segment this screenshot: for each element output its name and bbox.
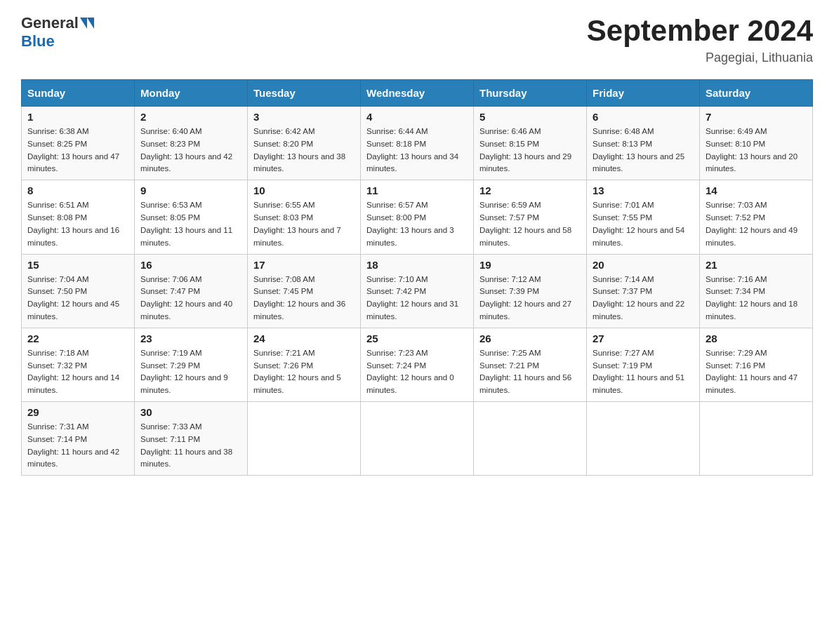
- day-number: 7: [706, 111, 807, 123]
- calendar-cell: 17Sunrise: 7:08 AMSunset: 7:45 PMDayligh…: [248, 254, 361, 328]
- calendar-cell: 11Sunrise: 6:57 AMSunset: 8:00 PMDayligh…: [361, 180, 474, 254]
- day-info: Sunrise: 7:03 AMSunset: 7:52 PMDaylight:…: [706, 199, 807, 249]
- calendar-header-sunday: Sunday: [22, 80, 135, 107]
- logo-general-text: General: [21, 14, 79, 32]
- day-number: 10: [253, 185, 355, 196]
- day-info: Sunrise: 6:46 AMSunset: 8:15 PMDaylight:…: [479, 126, 581, 175]
- day-number: 28: [706, 333, 807, 344]
- calendar-cell: 12Sunrise: 6:59 AMSunset: 7:57 PMDayligh…: [474, 180, 587, 254]
- day-number: 3: [253, 111, 355, 123]
- calendar-cell: 9Sunrise: 6:53 AMSunset: 8:05 PMDaylight…: [135, 180, 248, 254]
- calendar-cell: [587, 402, 700, 476]
- title-area: September 2024 Pagegiai, Lithuania: [587, 14, 813, 65]
- location-subtitle: Pagegiai, Lithuania: [587, 51, 813, 65]
- calendar-week-row: 1Sunrise: 6:38 AMSunset: 8:25 PMDaylight…: [22, 107, 813, 180]
- calendar-cell: [248, 402, 361, 476]
- calendar-cell: 14Sunrise: 7:03 AMSunset: 7:52 PMDayligh…: [700, 180, 813, 254]
- day-number: 12: [479, 185, 581, 196]
- day-info: Sunrise: 6:49 AMSunset: 8:10 PMDaylight:…: [706, 126, 807, 175]
- calendar-cell: 15Sunrise: 7:04 AMSunset: 7:50 PMDayligh…: [22, 254, 135, 328]
- calendar-cell: [361, 402, 474, 476]
- calendar-cell: 3Sunrise: 6:42 AMSunset: 8:20 PMDaylight…: [248, 107, 361, 180]
- calendar-cell: 23Sunrise: 7:19 AMSunset: 7:29 PMDayligh…: [135, 328, 248, 401]
- day-info: Sunrise: 7:33 AMSunset: 7:11 PMDaylight:…: [140, 421, 241, 471]
- day-info: Sunrise: 7:06 AMSunset: 7:47 PMDaylight:…: [140, 274, 241, 323]
- calendar-week-row: 15Sunrise: 7:04 AMSunset: 7:50 PMDayligh…: [22, 254, 813, 328]
- calendar-cell: 21Sunrise: 7:16 AMSunset: 7:34 PMDayligh…: [700, 254, 813, 328]
- day-info: Sunrise: 6:51 AMSunset: 8:08 PMDaylight:…: [27, 199, 128, 249]
- day-number: 30: [140, 406, 241, 418]
- calendar-cell: 19Sunrise: 7:12 AMSunset: 7:39 PMDayligh…: [474, 254, 587, 328]
- day-info: Sunrise: 6:48 AMSunset: 8:13 PMDaylight:…: [593, 126, 694, 175]
- month-title: September 2024: [587, 14, 813, 48]
- calendar-cell: 1Sunrise: 6:38 AMSunset: 8:25 PMDaylight…: [22, 107, 135, 180]
- calendar-cell: 28Sunrise: 7:29 AMSunset: 7:16 PMDayligh…: [700, 328, 813, 401]
- calendar-cell: [474, 402, 587, 476]
- day-info: Sunrise: 6:44 AMSunset: 8:18 PMDaylight:…: [366, 126, 468, 175]
- calendar-header-friday: Friday: [587, 80, 700, 107]
- calendar-cell: 20Sunrise: 7:14 AMSunset: 7:37 PMDayligh…: [587, 254, 700, 328]
- calendar-cell: [700, 402, 813, 476]
- day-info: Sunrise: 7:23 AMSunset: 7:24 PMDaylight:…: [366, 347, 468, 397]
- day-info: Sunrise: 7:14 AMSunset: 7:37 PMDaylight:…: [593, 274, 694, 323]
- calendar-cell: 29Sunrise: 7:31 AMSunset: 7:14 PMDayligh…: [22, 402, 135, 476]
- day-info: Sunrise: 6:38 AMSunset: 8:25 PMDaylight:…: [27, 126, 128, 175]
- calendar-cell: 4Sunrise: 6:44 AMSunset: 8:18 PMDaylight…: [361, 107, 474, 180]
- calendar-cell: 26Sunrise: 7:25 AMSunset: 7:21 PMDayligh…: [474, 328, 587, 401]
- day-number: 2: [140, 111, 241, 123]
- logo-arrow2-icon: [87, 18, 94, 29]
- logo-arrow-icon: [80, 18, 87, 29]
- day-number: 26: [479, 333, 581, 344]
- day-number: 24: [253, 333, 355, 344]
- logo-blue-text: Blue: [21, 32, 55, 50]
- day-info: Sunrise: 6:42 AMSunset: 8:20 PMDaylight:…: [253, 126, 355, 175]
- day-number: 18: [366, 259, 468, 271]
- day-info: Sunrise: 7:21 AMSunset: 7:26 PMDaylight:…: [253, 347, 355, 397]
- day-number: 21: [706, 259, 807, 271]
- day-info: Sunrise: 7:04 AMSunset: 7:50 PMDaylight:…: [27, 274, 128, 323]
- calendar-header-thursday: Thursday: [474, 80, 587, 107]
- calendar-cell: 2Sunrise: 6:40 AMSunset: 8:23 PMDaylight…: [135, 107, 248, 180]
- calendar-cell: 10Sunrise: 6:55 AMSunset: 8:03 PMDayligh…: [248, 180, 361, 254]
- day-info: Sunrise: 7:27 AMSunset: 7:19 PMDaylight:…: [593, 347, 694, 397]
- day-number: 19: [479, 259, 581, 271]
- day-number: 13: [593, 185, 694, 196]
- day-number: 20: [593, 259, 694, 271]
- calendar-week-row: 8Sunrise: 6:51 AMSunset: 8:08 PMDaylight…: [22, 180, 813, 254]
- day-number: 5: [479, 111, 581, 123]
- day-info: Sunrise: 7:31 AMSunset: 7:14 PMDaylight:…: [27, 421, 128, 471]
- calendar-cell: 8Sunrise: 6:51 AMSunset: 8:08 PMDaylight…: [22, 180, 135, 254]
- day-info: Sunrise: 7:10 AMSunset: 7:42 PMDaylight:…: [366, 274, 468, 323]
- day-number: 15: [27, 259, 128, 271]
- day-info: Sunrise: 6:55 AMSunset: 8:03 PMDaylight:…: [253, 199, 355, 249]
- calendar-cell: 6Sunrise: 6:48 AMSunset: 8:13 PMDaylight…: [587, 107, 700, 180]
- day-number: 14: [706, 185, 807, 196]
- day-number: 29: [27, 406, 128, 418]
- day-info: Sunrise: 7:19 AMSunset: 7:29 PMDaylight:…: [140, 347, 241, 397]
- calendar-week-row: 22Sunrise: 7:18 AMSunset: 7:32 PMDayligh…: [22, 328, 813, 401]
- calendar-cell: 30Sunrise: 7:33 AMSunset: 7:11 PMDayligh…: [135, 402, 248, 476]
- day-number: 6: [593, 111, 694, 123]
- day-info: Sunrise: 7:29 AMSunset: 7:16 PMDaylight:…: [706, 347, 807, 397]
- day-info: Sunrise: 6:40 AMSunset: 8:23 PMDaylight:…: [140, 126, 241, 175]
- calendar-header-row: SundayMondayTuesdayWednesdayThursdayFrid…: [22, 80, 813, 107]
- day-info: Sunrise: 7:25 AMSunset: 7:21 PMDaylight:…: [479, 347, 581, 397]
- day-number: 4: [366, 111, 468, 123]
- day-info: Sunrise: 6:53 AMSunset: 8:05 PMDaylight:…: [140, 199, 241, 249]
- calendar-cell: 25Sunrise: 7:23 AMSunset: 7:24 PMDayligh…: [361, 328, 474, 401]
- calendar-header-monday: Monday: [135, 80, 248, 107]
- day-info: Sunrise: 7:12 AMSunset: 7:39 PMDaylight:…: [479, 274, 581, 323]
- day-number: 11: [366, 185, 468, 196]
- day-info: Sunrise: 7:08 AMSunset: 7:45 PMDaylight:…: [253, 274, 355, 323]
- day-info: Sunrise: 6:57 AMSunset: 8:00 PMDaylight:…: [366, 199, 468, 249]
- day-number: 16: [140, 259, 241, 271]
- day-number: 8: [27, 185, 128, 196]
- calendar-cell: 27Sunrise: 7:27 AMSunset: 7:19 PMDayligh…: [587, 328, 700, 401]
- day-number: 17: [253, 259, 355, 271]
- day-number: 27: [593, 333, 694, 344]
- day-info: Sunrise: 7:01 AMSunset: 7:55 PMDaylight:…: [593, 199, 694, 249]
- calendar-cell: 24Sunrise: 7:21 AMSunset: 7:26 PMDayligh…: [248, 328, 361, 401]
- logo: General Blue: [21, 14, 94, 51]
- day-info: Sunrise: 6:59 AMSunset: 7:57 PMDaylight:…: [479, 199, 581, 249]
- day-number: 23: [140, 333, 241, 344]
